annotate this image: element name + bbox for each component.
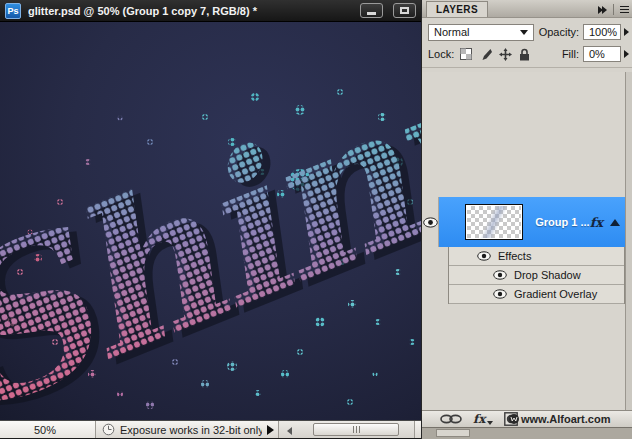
minimize-icon bbox=[367, 12, 376, 15]
photoshop-app-icon: Ps bbox=[5, 3, 21, 19]
document-window: Ps glitter.psd @ 50% (Group 1 copy 7, RG… bbox=[0, 0, 421, 439]
effects-header-row[interactable]: Effects bbox=[449, 247, 624, 266]
lock-position-move-icon[interactable] bbox=[499, 48, 512, 61]
timing-icon-cell bbox=[96, 423, 120, 436]
maximize-icon bbox=[400, 7, 409, 14]
horizontal-scroll-thumb[interactable] bbox=[313, 423, 399, 436]
double-arrow-icon bbox=[602, 6, 607, 14]
effects-header-label: Effects bbox=[498, 250, 531, 262]
document-canvas[interactable]: Shiny Shiny bbox=[0, 22, 421, 420]
opacity-label: Opacity: bbox=[539, 26, 579, 38]
layer-fx-badge: fx bbox=[590, 215, 603, 230]
watermark-text: www.Alfoart.com bbox=[521, 413, 610, 425]
layer-thumbnail[interactable] bbox=[466, 205, 522, 239]
layers-panel: LAYERS Normal Opacity: 100% bbox=[421, 0, 632, 439]
document-titlebar[interactable]: Ps glitter.psd @ 50% (Group 1 copy 7, RG… bbox=[0, 0, 421, 22]
chevron-down-icon bbox=[520, 30, 528, 35]
layer-block: Group 1 ... fx Effects bbox=[422, 197, 625, 304]
layer-name: Group 1 ... bbox=[535, 216, 589, 228]
opacity-field[interactable]: 100% bbox=[583, 24, 621, 40]
watermark: www.Alfoart.com bbox=[508, 413, 610, 425]
fill-field[interactable]: 0% bbox=[583, 46, 621, 62]
horizontal-scrollbar[interactable] bbox=[278, 421, 414, 438]
canvas-artwork: Shiny Shiny bbox=[0, 22, 421, 420]
screenshot-root: Ps glitter.psd @ 50% (Group 1 copy 7, RG… bbox=[0, 0, 632, 439]
add-layer-style-button[interactable]: fx bbox=[473, 412, 493, 426]
panel-menu-button[interactable] bbox=[620, 6, 629, 13]
layer-effects-list: Effects Drop Shadow bbox=[448, 247, 625, 304]
status-message: Exposure works in 32-bit only bbox=[120, 424, 262, 436]
tab-layers[interactable]: LAYERS bbox=[426, 1, 488, 17]
eye-icon[interactable] bbox=[493, 270, 507, 280]
effect-row-drop-shadow[interactable]: Drop Shadow bbox=[449, 266, 624, 285]
scroll-left-arrow-icon[interactable] bbox=[287, 427, 292, 435]
statusbar-corner bbox=[414, 421, 421, 438]
lock-label: Lock: bbox=[428, 48, 454, 60]
link-layers-icon[interactable] bbox=[440, 414, 462, 424]
chevron-down-icon bbox=[487, 421, 493, 425]
layers-list: Group 1 ... fx Effects bbox=[422, 72, 632, 410]
strip-divider bbox=[613, 4, 614, 15]
play-triangle-icon bbox=[267, 425, 274, 435]
effect-row-gradient-overlay[interactable]: Gradient Overlay bbox=[449, 285, 624, 304]
document-title: glitter.psd @ 50% (Group 1 copy 7, RGB/8… bbox=[28, 5, 353, 17]
lock-pixels-brush-icon[interactable] bbox=[479, 48, 492, 61]
panel-tab-strip: LAYERS bbox=[422, 0, 632, 18]
thumb-grip bbox=[353, 426, 354, 433]
thumb-grip bbox=[356, 426, 357, 433]
status-options-button[interactable] bbox=[262, 421, 278, 438]
collapse-panel-button[interactable] bbox=[598, 6, 607, 14]
fill-slider-arrow-icon[interactable] bbox=[624, 50, 629, 58]
effect-label: Gradient Overlay bbox=[514, 288, 597, 300]
minimize-button[interactable] bbox=[360, 3, 383, 18]
blend-mode-value: Normal bbox=[434, 26, 469, 38]
clock-icon bbox=[102, 423, 115, 436]
maximize-button[interactable] bbox=[393, 3, 416, 18]
panel-right-gutter bbox=[625, 72, 632, 410]
eye-icon bbox=[423, 217, 438, 228]
watermark-logo-icon bbox=[508, 413, 520, 425]
eye-icon[interactable] bbox=[477, 251, 491, 261]
effects-collapse-arrow-icon[interactable] bbox=[610, 219, 620, 226]
document-statusbar: 50% Exposure works in 32-bit only bbox=[0, 420, 421, 439]
zoom-level-field[interactable]: 50% bbox=[0, 421, 96, 438]
opacity-slider-arrow-icon[interactable] bbox=[624, 28, 629, 36]
panel-footer bbox=[422, 427, 632, 439]
blend-mode-row: Normal Opacity: 100% bbox=[428, 21, 629, 43]
lock-row: Lock: bbox=[428, 43, 629, 65]
eye-icon[interactable] bbox=[493, 289, 507, 299]
layers-panel-toolbar: fx www.Alfoart.com bbox=[422, 410, 632, 427]
fx-label: fx bbox=[473, 412, 485, 426]
footer-tab bbox=[436, 429, 470, 437]
effect-label: Drop Shadow bbox=[514, 269, 581, 281]
lock-all-padlock-icon[interactable] bbox=[519, 48, 530, 61]
fill-label: Fill: bbox=[562, 48, 579, 60]
selected-layer[interactable]: Group 1 ... fx bbox=[439, 197, 625, 247]
blend-mode-select[interactable]: Normal bbox=[428, 24, 534, 41]
lock-transparency-icon[interactable] bbox=[460, 48, 472, 60]
thumb-grip bbox=[359, 426, 360, 433]
layer-visibility-cell[interactable] bbox=[422, 197, 439, 247]
layers-options: Normal Opacity: 100% Lock: bbox=[422, 18, 632, 68]
layer-row-group1[interactable]: Group 1 ... fx bbox=[422, 197, 625, 247]
